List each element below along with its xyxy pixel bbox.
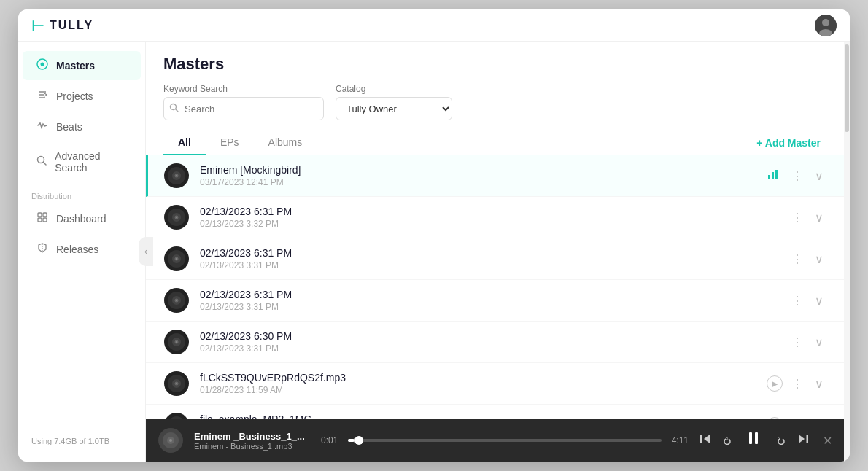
item-date: 02/13/2023 3:31 PM — [200, 260, 778, 270]
record-icon — [163, 370, 190, 397]
item-actions: ⋮ ∨ — [788, 332, 826, 352]
record-icon — [163, 287, 190, 314]
list-item[interactable]: 02/13/2023 6:31 PM 02/13/2023 3:31 PM ⋮ … — [146, 280, 844, 322]
svg-rect-61 — [749, 432, 752, 444]
sidebar-beats-label: Beats — [56, 121, 82, 133]
catalog-field-group: Catalog Tully Owner All Catalogs — [336, 84, 452, 120]
item-info: 02/13/2023 6:31 PM 02/13/2023 3:31 PM — [200, 247, 778, 270]
page-title: Masters — [163, 55, 826, 74]
sidebar-footer: Using 7.4GB of 1.0TB — [18, 429, 145, 453]
player-time-left: 0:01 — [321, 435, 338, 445]
player-time-right: 4:11 — [672, 435, 689, 445]
content-header: Masters Keyword Search — [146, 42, 844, 155]
tab-all[interactable]: All — [163, 131, 206, 155]
expand-icon[interactable]: ∨ — [812, 249, 826, 269]
catalog-label: Catalog — [336, 84, 452, 94]
svg-line-15 — [176, 109, 179, 112]
logo-area: ⊢ TULLY — [31, 17, 93, 34]
record-icon — [163, 204, 190, 230]
chart-icon[interactable] — [764, 165, 783, 187]
item-title: fLCkSST9QUvERpRdQS2f.mp3 — [200, 372, 756, 384]
list-item[interactable]: 02/13/2023 6:30 PM 02/13/2023 3:31 PM ⋮ … — [146, 322, 844, 363]
item-info: Eminem [Mockingbird] 03/17/2023 12:41 PM — [200, 164, 753, 187]
svg-point-4 — [41, 63, 44, 66]
masters-icon — [36, 58, 49, 73]
expand-icon[interactable]: ∨ — [812, 374, 826, 394]
list-item[interactable]: Eminem [Mockingbird] 03/17/2023 12:41 PM… — [146, 155, 844, 197]
app-window: ⊢ TULLY Masters — [18, 9, 850, 462]
record-icon — [163, 246, 190, 272]
item-actions: ⋮ ∨ — [788, 249, 826, 269]
more-options-icon[interactable]: ⋮ — [788, 208, 806, 227]
sidebar-collapse-button[interactable]: ‹ — [139, 237, 153, 266]
play-icon[interactable]: ▶ — [767, 375, 783, 392]
sidebar-item-releases[interactable]: Releases — [23, 235, 141, 264]
search-icon — [169, 103, 179, 114]
tab-albums[interactable]: Albums — [254, 131, 317, 155]
sidebar-item-advanced-search[interactable]: Advanced Search — [23, 143, 141, 181]
player-record-icon — [158, 427, 184, 454]
expand-icon[interactable]: ∨ — [812, 332, 826, 352]
svg-point-48 — [176, 383, 177, 384]
more-options-icon[interactable]: ⋮ — [788, 166, 806, 186]
svg-point-20 — [176, 175, 177, 176]
player-rewind-icon[interactable]: 5 — [722, 432, 735, 449]
item-info: 02/13/2023 6:31 PM 02/13/2023 3:32 PM — [200, 206, 778, 229]
svg-point-1 — [822, 19, 829, 26]
projects-icon — [36, 89, 49, 104]
player-title: Eminem _Business_1_... — [194, 431, 311, 442]
storage-usage: Using 7.4GB of 1.0TB — [31, 437, 109, 445]
player-bar: Eminem _Business_1_... Eminem - Business… — [146, 419, 844, 462]
tab-eps[interactable]: EPs — [206, 131, 254, 155]
catalog-select[interactable]: Tully Owner All Catalogs — [336, 97, 452, 120]
svg-point-28 — [176, 217, 177, 218]
player-progress-fill — [348, 439, 354, 442]
item-title: 02/13/2023 6:31 PM — [200, 289, 778, 300]
svg-rect-21 — [768, 175, 770, 179]
sidebar-item-projects[interactable]: Projects — [23, 82, 141, 111]
scroll-thumb — [845, 44, 849, 132]
list-item[interactable]: fLCkSST9QUvERpRdQS2f.mp3 01/28/2023 11:5… — [146, 363, 844, 405]
advanced-search-icon — [36, 155, 47, 169]
svg-rect-22 — [772, 172, 774, 179]
item-info: 02/13/2023 6:31 PM 02/13/2023 3:31 PM — [200, 289, 778, 312]
player-play-pause-icon[interactable] — [745, 429, 763, 451]
sidebar-item-dashboard[interactable]: Dashboard — [23, 204, 141, 233]
expand-icon[interactable]: ∨ — [812, 291, 826, 311]
player-skip-back-icon[interactable] — [699, 432, 712, 449]
more-options-icon[interactable]: ⋮ — [788, 249, 806, 269]
scrollbar[interactable] — [844, 42, 850, 462]
svg-rect-59 — [700, 435, 702, 443]
record-icon — [163, 329, 190, 355]
releases-icon — [36, 242, 49, 257]
sidebar-advanced-search-label: Advanced Search — [55, 150, 128, 174]
player-progress-bar[interactable] — [348, 439, 661, 442]
search-input[interactable] — [163, 97, 324, 120]
expand-icon[interactable]: ∨ — [812, 166, 826, 186]
search-field-group: Keyword Search — [163, 84, 324, 120]
sidebar-item-masters[interactable]: Masters — [23, 51, 141, 80]
sidebar: Masters Projects — [18, 42, 146, 462]
dashboard-icon — [36, 211, 49, 226]
svg-rect-62 — [755, 432, 758, 444]
more-options-icon[interactable]: ⋮ — [788, 332, 806, 352]
avatar[interactable] — [815, 15, 837, 36]
player-progress-dot — [354, 436, 363, 445]
add-master-button[interactable]: + Add Master — [751, 134, 826, 152]
item-title: 02/13/2023 6:31 PM — [200, 247, 778, 259]
more-options-icon[interactable]: ⋮ — [788, 374, 806, 394]
content-area: Masters Keyword Search — [146, 42, 844, 462]
distribution-label: Distribution — [18, 182, 145, 203]
more-options-icon[interactable]: ⋮ — [788, 291, 806, 311]
svg-point-38 — [176, 300, 177, 301]
player-close-button[interactable]: ✕ — [823, 434, 832, 448]
sidebar-item-beats[interactable]: Beats — [23, 112, 141, 141]
list-item[interactable]: 02/13/2023 6:31 PM 02/13/2023 3:31 PM ⋮ … — [146, 238, 844, 280]
list-item[interactable]: 02/13/2023 6:31 PM 02/13/2023 3:32 PM ⋮ … — [146, 197, 844, 238]
item-actions: ⋮ ∨ — [788, 291, 826, 311]
expand-icon[interactable]: ∨ — [812, 208, 826, 227]
player-skip-forward-icon[interactable] — [797, 432, 810, 449]
player-forward-icon[interactable]: 5 — [773, 432, 786, 449]
svg-point-57 — [169, 439, 172, 442]
beats-icon — [36, 120, 49, 134]
